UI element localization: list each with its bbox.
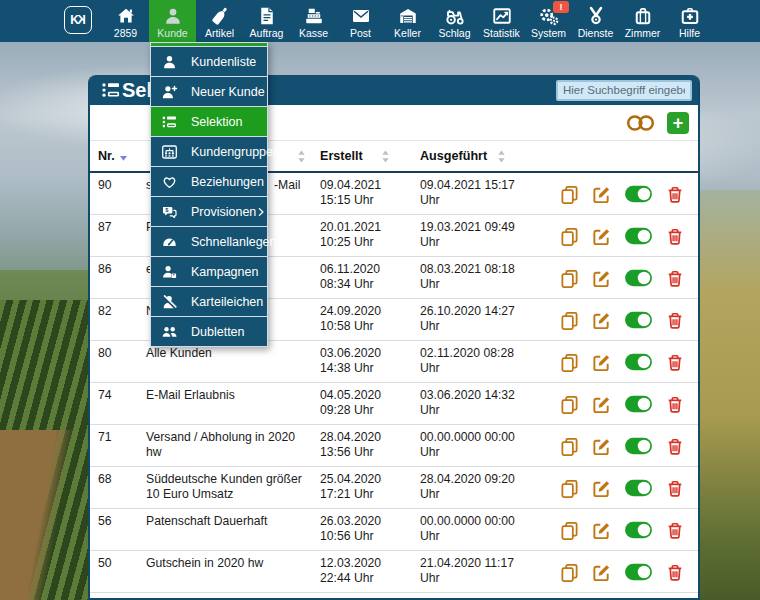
menu-item-kundenliste[interactable]: Kundenliste (151, 47, 267, 76)
menu-item-dubletten[interactable]: Dubletten (151, 317, 267, 346)
active-toggle[interactable] (624, 479, 653, 497)
copy-button[interactable] (560, 311, 579, 330)
menu-item-provisionen[interactable]: $Provisionen (151, 197, 267, 226)
delete-button[interactable] (666, 311, 684, 330)
edit-button[interactable] (592, 269, 611, 288)
nav-item-dienste[interactable]: Dienste (572, 0, 619, 42)
active-toggle[interactable] (624, 185, 653, 203)
edit-button[interactable] (592, 479, 611, 498)
trash-icon (666, 185, 684, 204)
menu-item-kundengruppen[interactable]: Kundengruppen (151, 137, 267, 166)
row-name: Gutschein in 2020 hw (146, 556, 320, 571)
edit-icon (592, 269, 611, 288)
edit-button[interactable] (592, 227, 611, 246)
edit-button[interactable] (592, 395, 611, 414)
edit-button[interactable] (592, 311, 611, 330)
delete-button[interactable] (666, 269, 684, 288)
active-toggle[interactable] (624, 227, 653, 245)
menu-item-label: Kampagnen (191, 265, 258, 279)
edit-icon (592, 563, 611, 582)
copy-button[interactable] (560, 563, 579, 582)
edit-button[interactable] (592, 521, 611, 540)
chevron-right-icon (256, 206, 266, 218)
nav-item-system[interactable]: System! (525, 0, 572, 42)
nav-item-artikel[interactable]: Artikel (196, 0, 243, 42)
column-header-ausgefuehrt[interactable]: Ausgeführt (420, 149, 560, 164)
person-plus-icon (161, 84, 178, 100)
menu-item-karteileichen[interactable]: Karteileichen (151, 287, 267, 316)
nav-item-kunde[interactable]: Kunde (149, 0, 196, 42)
delete-button[interactable] (666, 395, 684, 414)
table-row[interactable]: 71Versand / Abholung in 2020 hw28.04.202… (90, 425, 698, 467)
table-row[interactable]: 74E-Mail Erlaubnis04.05.2020 09:28 Uhr03… (90, 383, 698, 425)
nav-item-keller[interactable]: Keller (384, 0, 431, 42)
delete-button[interactable] (666, 185, 684, 204)
person-slash-icon (161, 294, 178, 310)
table-row[interactable]: 56Patenschaft Dauerhaft26.03.2020 10:56 … (90, 509, 698, 551)
background-photo-trees (698, 190, 760, 600)
copy-button[interactable] (560, 437, 579, 456)
menu-item-schnellanlegen[interactable]: Schnellanlegen (151, 227, 267, 256)
edit-button[interactable] (592, 437, 611, 456)
column-header-nr[interactable]: Nr. (98, 149, 146, 163)
copy-icon (560, 479, 579, 498)
menu-item-kampagnen[interactable]: Kampagnen (151, 257, 267, 286)
row-erstellt: 25.04.2020 17:21 Uhr (320, 472, 420, 503)
table-row[interactable]: 80Alle Kunden03.06.2020 14:38 Uhr02.11.2… (90, 341, 698, 383)
delete-button[interactable] (666, 353, 684, 372)
active-toggle[interactable] (624, 269, 653, 287)
table-row[interactable]: 50Gutschein in 2020 hw12.03.2020 22:44 U… (90, 551, 698, 593)
menu-item-neuer-kunde[interactable]: Neuer Kunde (151, 77, 267, 106)
app-logo[interactable]: KK (64, 6, 92, 34)
copy-button[interactable] (560, 269, 579, 288)
sort-icon (381, 149, 390, 164)
trash-icon (666, 395, 684, 414)
active-toggle[interactable] (624, 437, 653, 455)
menu-item-beziehungen[interactable]: Beziehungen (151, 167, 267, 196)
active-toggle[interactable] (624, 563, 653, 581)
copy-button[interactable] (560, 479, 579, 498)
row-ausgefuehrt: 02.11.2020 08:28 Uhr (420, 346, 560, 377)
add-selection-button[interactable]: + (667, 112, 689, 134)
nav-item-post[interactable]: Post (337, 0, 384, 42)
delete-button[interactable] (666, 479, 684, 498)
nav-item-schlag[interactable]: Schlag (431, 0, 478, 42)
copy-button[interactable] (560, 185, 579, 204)
edit-button[interactable] (592, 563, 611, 582)
copy-button[interactable] (560, 227, 579, 246)
menu-active-tab-strip (151, 43, 267, 46)
nav-item-statistik[interactable]: Statistik (478, 0, 525, 42)
chart-icon (491, 6, 513, 26)
active-toggle[interactable] (624, 521, 653, 539)
nav-item-auftrag[interactable]: Auftrag (243, 0, 290, 42)
delete-button[interactable] (666, 437, 684, 456)
kunde-dropdown-menu: KundenlisteNeuer KundeSelektionKundengru… (150, 42, 268, 347)
rings-toggle-icon[interactable] (625, 114, 656, 132)
edit-button[interactable] (592, 353, 611, 372)
copy-icon (560, 227, 579, 246)
nav-item-home[interactable]: 2859 (102, 0, 149, 42)
copy-button[interactable] (560, 353, 579, 372)
envelope-icon (350, 6, 372, 26)
nav-item-zimmer[interactable]: Zimmer (619, 0, 666, 42)
active-toggle[interactable] (624, 395, 653, 413)
active-toggle[interactable] (624, 311, 653, 329)
nav-item-label: Kunde (157, 27, 187, 39)
row-nr: 56 (98, 514, 146, 529)
column-header-erstellt[interactable]: Erstellt (320, 149, 420, 164)
delete-button[interactable] (666, 521, 684, 540)
nav-item-kasse[interactable]: Kasse (290, 0, 337, 42)
copy-button[interactable] (560, 395, 579, 414)
copy-button[interactable] (560, 521, 579, 540)
row-erstellt: 03.06.2020 14:38 Uhr (320, 346, 420, 377)
delete-button[interactable] (666, 227, 684, 246)
table-row[interactable]: 68Süddeutsche Kunden größer 10 Euro Umsa… (90, 467, 698, 509)
active-toggle[interactable] (624, 353, 653, 371)
person-icon (162, 6, 184, 26)
menu-item-selektion[interactable]: Selektion (151, 107, 267, 136)
delete-button[interactable] (666, 563, 684, 582)
edit-button[interactable] (592, 185, 611, 204)
nav-item-hilfe[interactable]: Hilfe (666, 0, 713, 42)
search-input[interactable] (556, 80, 692, 101)
copy-icon (560, 353, 579, 372)
